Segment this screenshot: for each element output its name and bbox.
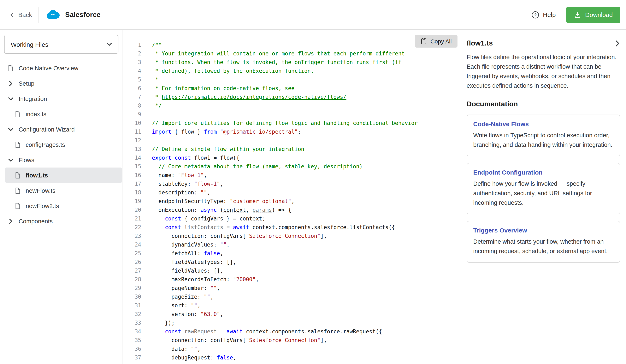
- code-line: 1/**: [123, 40, 462, 49]
- tree-item-integration[interactable]: Integration: [0, 91, 122, 106]
- tree-item-label: Code Native Overview: [19, 65, 78, 71]
- line-number: 10: [123, 119, 141, 127]
- code-line-text: *: [141, 75, 158, 84]
- code-line-text: const { configVars } = context;: [141, 214, 265, 223]
- tree-item-label: flow1.ts: [26, 172, 48, 178]
- doc-card-body: Determine what starts your flow, whether…: [473, 237, 614, 256]
- tree-item-flows[interactable]: Flows: [0, 152, 122, 167]
- code-line-text: fileData: [],: [141, 362, 213, 364]
- code-line-text: export const flow1 = flow({: [141, 153, 239, 162]
- code-line: 12: [123, 136, 462, 145]
- svg-text:?: ?: [534, 12, 537, 17]
- code-line: 26 fieldValueTypes: [],: [123, 258, 462, 266]
- tree-item-configuration-wizard[interactable]: Configuration Wizard: [0, 122, 122, 137]
- code-line-text: version: "63.0",: [141, 310, 223, 319]
- file-tree: Code Native OverviewSetupIntegrationinde…: [0, 60, 122, 229]
- line-number: 36: [123, 345, 141, 353]
- line-number: 6: [123, 84, 141, 93]
- line-number: 37: [123, 353, 141, 362]
- line-number: 20: [123, 206, 141, 214]
- tree-item-flow1-ts[interactable]: flow1.ts: [5, 167, 122, 183]
- code-line: 35 connection: configVars["Salesforce Co…: [123, 336, 462, 345]
- docs-panel: flow1.ts Flow files define the operation…: [462, 30, 626, 364]
- salesforce-cloud-icon: [46, 9, 61, 20]
- working-files-label: Working Files: [11, 41, 48, 48]
- line-number: 11: [123, 127, 141, 136]
- line-number: 3: [123, 58, 141, 66]
- doc-card-link[interactable]: Code-Native Flows: [473, 120, 614, 127]
- code-line: 37 debugRequest: false,: [123, 353, 462, 362]
- line-number: 34: [123, 327, 141, 336]
- code-line: 23 connection: configVars["Salesforce Co…: [123, 232, 462, 240]
- code-line-text: maxRecordsToFetch: "20000",: [141, 275, 259, 284]
- tree-item-components[interactable]: Components: [0, 213, 122, 229]
- code-line-text: connection: configVars["Salesforce Conne…: [141, 336, 327, 345]
- line-number: 24: [123, 240, 141, 249]
- tree-item-newflow-ts[interactable]: newFlow.ts: [0, 183, 122, 198]
- doc-card: Triggers OverviewDetermine what starts y…: [467, 221, 620, 263]
- tree-item-label: Flows: [19, 157, 34, 163]
- line-number: 32: [123, 310, 141, 319]
- code-line: 17 stableKey: "flow-1",: [123, 179, 462, 188]
- chevron-left-icon: [8, 11, 16, 18]
- line-number: 15: [123, 162, 141, 171]
- code-line: 24 dynamicValues: "",: [123, 240, 462, 249]
- code-editor: Copy All 1/**2 * Your integration will c…: [123, 30, 462, 364]
- tree-item-index-ts[interactable]: index.ts: [0, 106, 122, 122]
- question-circle-icon: ?: [531, 11, 540, 19]
- code-line: 5 *: [123, 75, 462, 84]
- help-button[interactable]: ? Help: [531, 11, 556, 19]
- code-line: 28 maxRecordsToFetch: "20000",: [123, 275, 462, 284]
- app-title: Salesforce: [65, 11, 101, 19]
- tree-item-label: newFlow.ts: [26, 187, 55, 194]
- doc-card: Code-Native FlowsWrite flows in TypeScri…: [467, 115, 620, 156]
- docs-panel-header: flow1.ts: [467, 39, 620, 48]
- sidebar: Working Files Code Native OverviewSetupI…: [0, 30, 123, 364]
- panel-collapse-button[interactable]: [614, 39, 620, 48]
- line-number: 12: [123, 136, 141, 145]
- code-line-text: fieldValues: [],: [141, 266, 223, 275]
- copy-all-button[interactable]: Copy All: [415, 35, 458, 48]
- line-number: 31: [123, 301, 141, 310]
- tree-item-label: index.ts: [26, 111, 46, 117]
- chevron-down-icon: [7, 95, 14, 102]
- line-number: 35: [123, 336, 141, 345]
- line-number: 30: [123, 293, 141, 301]
- code-line-text: import { flow } from "@prismatic-io/spec…: [141, 127, 301, 136]
- code-line-text: const listContacts = await context.compo…: [141, 223, 395, 232]
- chevron-right-icon: [7, 79, 14, 87]
- code-line-text: endpointSecurityType: "customer_optional…: [141, 197, 295, 206]
- panel-description: Flow files define the operational logic …: [467, 53, 620, 91]
- code-line-text: // Core metadata about the flow (name, s…: [141, 162, 363, 171]
- download-button[interactable]: Download: [567, 6, 620, 23]
- doc-card-body: Write flows in TypeScript to control exe…: [473, 131, 614, 150]
- code-line: 38 fileData: [],: [123, 362, 462, 364]
- line-number: 7: [123, 93, 141, 101]
- tree-item-label: Components: [19, 218, 53, 224]
- line-number: 17: [123, 179, 141, 188]
- panel-title: flow1.ts: [467, 39, 493, 48]
- tree-item-code-native-overview[interactable]: Code Native Overview: [0, 60, 122, 76]
- tree-item-configpages-ts[interactable]: configPages.ts: [0, 137, 122, 152]
- code-line: 32 version: "63.0",: [123, 310, 462, 319]
- code-line-text: debugRequest: false,: [141, 353, 236, 362]
- line-number: 16: [123, 171, 141, 179]
- working-files-dropdown[interactable]: Working Files: [4, 35, 118, 54]
- back-button[interactable]: Back: [8, 11, 32, 18]
- tree-item-newflow2-ts[interactable]: newFlow2.ts: [0, 198, 122, 213]
- tree-item-label: Configuration Wizard: [19, 126, 75, 132]
- code-line: 7 * https://prismatic.io/docs/integratio…: [123, 93, 462, 101]
- chevron-down-icon: [7, 125, 14, 133]
- line-number: 13: [123, 145, 141, 153]
- line-number: 4: [123, 66, 141, 75]
- code-line: 16 name: "Flow 1",: [123, 171, 462, 179]
- doc-card-link[interactable]: Triggers Overview: [473, 227, 614, 234]
- tree-item-setup[interactable]: Setup: [0, 76, 122, 91]
- document-icon: [7, 64, 14, 72]
- doc-card-link[interactable]: Endpoint Configuration: [473, 169, 614, 176]
- code-line: 27 fieldValues: [],: [123, 266, 462, 275]
- code-line-text: fetchAll: false,: [141, 249, 223, 258]
- chevron-down-icon: [7, 156, 14, 164]
- code-line: 3 * functions. When the flow is invoked,…: [123, 58, 462, 66]
- code-line: 34 const rawRequest = await context.comp…: [123, 327, 462, 336]
